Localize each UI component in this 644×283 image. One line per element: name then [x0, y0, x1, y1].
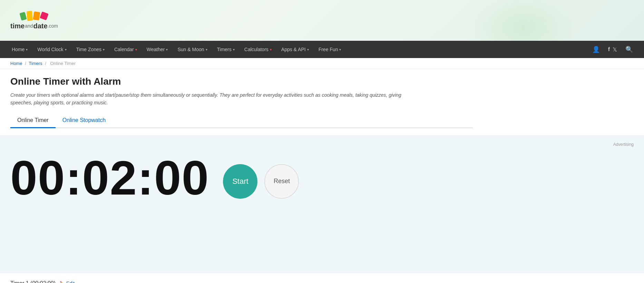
nav-calendar[interactable]: Calendar ▾ [109, 41, 142, 58]
timer-label: Timer 1 (00:02:00) [10, 280, 56, 283]
nav-freefun-arrow: ▾ [339, 48, 341, 51]
nav-apps-arrow: ▾ [307, 48, 309, 51]
logo-icon [20, 11, 48, 21]
nav-weather[interactable]: Weather ▾ [142, 41, 173, 58]
nav-calculators[interactable]: Calculators ▾ [240, 41, 276, 58]
breadcrumb-sep2: / [45, 61, 46, 66]
timer-buttons: Start Reset [223, 164, 299, 199]
main-content: Online Timer with Alarm Create your time… [0, 69, 483, 135]
logo-text-dotcom: .com [48, 23, 58, 29]
breadcrumb-timers[interactable]: Timers [29, 61, 42, 66]
logo[interactable]: time and date .com [10, 11, 58, 30]
social-icons: f 𝕏 [604, 41, 621, 58]
header-area: time and date .com [0, 0, 644, 41]
nav-home-arrow: ▾ [26, 48, 28, 51]
edit-link[interactable]: ✏️ Edit [60, 281, 75, 283]
tab-online-stopwatch[interactable]: Online Stopwatch [56, 114, 113, 128]
timer-info: Timer 1 (00:02:00) ✏️ Edit (not started) [0, 273, 644, 283]
logo-text-date: date [33, 22, 47, 30]
breadcrumb: Home / Timers / Online Timer [0, 58, 644, 69]
advertising-label: Advertising [10, 142, 634, 147]
twitter-icon[interactable]: 𝕏 [613, 46, 617, 53]
logo-text-time: time [10, 22, 25, 30]
tabs: Online Timer Online Stopwatch [10, 114, 473, 128]
nav-calculators-arrow: ▾ [270, 48, 272, 51]
nav-timers[interactable]: Timers ▾ [212, 41, 240, 58]
nav-home[interactable]: Home ▾ [7, 41, 32, 58]
breadcrumb-current: Online Timer [50, 61, 76, 66]
breadcrumb-home[interactable]: Home [10, 61, 22, 66]
page-description: Create your timers with optional alarms … [10, 91, 425, 107]
nav-world-clock[interactable]: World Clock ▾ [32, 41, 71, 58]
nav-apps-api[interactable]: Apps & API ▾ [276, 41, 314, 58]
nav-sun-moon[interactable]: Sun & Moon ▾ [173, 41, 212, 58]
nav-calendar-arrow: ▾ [135, 48, 137, 51]
timer-section: Advertising 00:02:00 Start Reset [0, 135, 644, 273]
tab-online-timer[interactable]: Online Timer [10, 114, 56, 128]
reset-button[interactable]: Reset [264, 164, 299, 199]
navbar: Home ▾ World Clock ▾ Time Zones ▾ Calend… [0, 41, 644, 58]
facebook-icon[interactable]: f [608, 46, 610, 53]
nav-timers-arrow: ▾ [233, 48, 235, 51]
nav-time-zones[interactable]: Time Zones ▾ [71, 41, 109, 58]
breadcrumb-sep1: / [25, 61, 26, 66]
edit-label: Edit [66, 281, 75, 283]
user-icon[interactable]: 👤 [588, 41, 604, 58]
nav-timezones-arrow: ▾ [103, 48, 105, 51]
logo-text-area: time and date .com [10, 22, 58, 30]
timer-label-row: Timer 1 (00:02:00) ✏️ Edit [10, 280, 634, 283]
logo-text-and: and [25, 23, 33, 29]
search-icon[interactable]: 🔍 [621, 41, 637, 58]
start-button[interactable]: Start [223, 164, 257, 199]
nav-free-fun[interactable]: Free Fun ▾ [314, 41, 346, 58]
timer-display-area: 00:02:00 Start Reset [10, 154, 634, 209]
nav-worldclock-arrow: ▾ [65, 48, 67, 51]
pencil-icon: ✏️ [60, 281, 65, 283]
nav-sunmoon-arrow: ▾ [206, 48, 207, 51]
nav-weather-arrow: ▾ [166, 48, 168, 51]
timer-display: 00:02:00 [10, 154, 209, 202]
page-title: Online Timer with Alarm [10, 76, 473, 87]
